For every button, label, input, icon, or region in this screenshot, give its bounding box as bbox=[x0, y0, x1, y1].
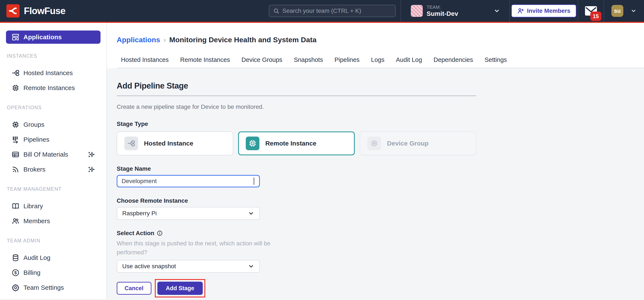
sidebar-item-label: Pipelines bbox=[24, 136, 50, 143]
cancel-button[interactable]: Cancel bbox=[117, 282, 152, 295]
card-label: Hosted Instance bbox=[144, 140, 193, 147]
app-header: FlowFuse TEAM: Sumit-Dev bbox=[0, 0, 644, 23]
sidebar-item-label: Members bbox=[24, 217, 50, 225]
stage-type-hosted-instance[interactable]: Hosted Instance bbox=[117, 131, 233, 155]
annotation-highlight-box: Add Stage bbox=[155, 279, 206, 297]
chip-icon bbox=[12, 84, 20, 92]
stage-type-options: Hosted Instance Remote Instance bbox=[117, 131, 476, 155]
sidebar-item-label: Audit Log bbox=[24, 254, 50, 261]
form-description: Create a new pipeline stage for Device t… bbox=[117, 103, 476, 110]
brand-name: FlowFuse bbox=[24, 6, 66, 16]
brand[interactable]: FlowFuse bbox=[0, 4, 66, 18]
team-search[interactable] bbox=[269, 5, 396, 17]
sidebar-item-pipelines[interactable]: Pipelines bbox=[6, 132, 100, 147]
breadcrumb-separator: › bbox=[164, 36, 166, 44]
chevron-down-icon[interactable] bbox=[494, 8, 500, 14]
remote-instance-label: Choose Remote Instance bbox=[117, 197, 476, 204]
sidebar-item-label: Remote Instances bbox=[24, 84, 75, 92]
sidebar-section-team-management: TEAM MANAGEMENT bbox=[6, 186, 100, 192]
dollar-icon: $ bbox=[12, 269, 20, 277]
sidebar-item-brokers[interactable]: Brokers bbox=[6, 162, 100, 177]
pipeline-icon bbox=[12, 135, 20, 143]
sidebar-item-label: Library bbox=[24, 203, 43, 210]
select-action-label: Select Action bbox=[117, 230, 154, 237]
tab-pipelines[interactable]: Pipelines bbox=[334, 56, 360, 64]
sparkles-icon bbox=[88, 166, 95, 173]
team-selector[interactable]: TEAM: Sumit-Dev bbox=[400, 0, 510, 22]
sidebar-item-label: Bill Of Materials bbox=[24, 151, 68, 158]
card-label: Remote Instance bbox=[265, 140, 316, 147]
sidebar-item-hosted-instances[interactable]: Hosted Instances bbox=[6, 66, 100, 80]
sidebar-item-label: Groups bbox=[24, 121, 44, 128]
sidebar-section-team-admin: TEAM ADMIN bbox=[6, 238, 100, 244]
breadcrumb-applications-link[interactable]: Applications bbox=[117, 36, 160, 44]
sidebar-item-label: Applications bbox=[24, 34, 62, 41]
sidebar-item-applications[interactable]: Applications bbox=[6, 31, 100, 44]
chevron-down-icon bbox=[248, 263, 254, 269]
tab-audit-log[interactable]: Audit Log bbox=[396, 56, 422, 64]
svg-text:$: $ bbox=[14, 270, 17, 275]
chip-group-icon bbox=[12, 120, 20, 129]
sidebar-item-library[interactable]: Library bbox=[6, 199, 100, 214]
fork-icon bbox=[12, 69, 20, 77]
sidebar-item-audit-log[interactable]: Audit Log bbox=[6, 250, 100, 265]
breadcrumb: Applications › Monitoring Device Health … bbox=[117, 36, 644, 44]
chevron-down-icon[interactable] bbox=[630, 8, 636, 14]
page-title: Add Pipeline Stage bbox=[117, 81, 476, 90]
user-plus-icon bbox=[517, 8, 524, 14]
user-menu[interactable]: su bbox=[604, 0, 644, 22]
database-icon bbox=[12, 254, 20, 262]
tab-logs[interactable]: Logs bbox=[371, 56, 384, 64]
sidebar-section-operations: OPERATIONS bbox=[6, 105, 100, 111]
card-label: Device Group bbox=[387, 140, 428, 147]
stage-type-label: Stage Type bbox=[117, 120, 476, 128]
search-input[interactable] bbox=[282, 8, 392, 14]
selected-value: Raspberry Pi bbox=[122, 210, 157, 217]
sidebar-item-groups[interactable]: Groups bbox=[6, 117, 100, 132]
sparkles-icon bbox=[88, 151, 95, 158]
select-action-help: When this stage is pushed to the next, w… bbox=[117, 239, 278, 257]
text-caret bbox=[254, 178, 254, 185]
chevron-down-icon bbox=[248, 210, 254, 217]
sidebar-item-label: Hosted Instances bbox=[24, 69, 73, 77]
divider bbox=[117, 96, 476, 96]
stage-name-field bbox=[117, 175, 260, 187]
stage-type-remote-instance[interactable]: Remote Instance bbox=[238, 131, 355, 155]
rss-icon bbox=[12, 165, 20, 174]
fork-icon bbox=[124, 136, 138, 150]
info-icon[interactable] bbox=[157, 230, 163, 236]
application-tabs: Hosted Instances Remote Instances Device… bbox=[117, 56, 644, 68]
tab-settings[interactable]: Settings bbox=[484, 56, 507, 64]
sidebar-item-members[interactable]: Members bbox=[6, 214, 100, 229]
stage-type-device-group: Device Group bbox=[360, 131, 476, 155]
main-area: Applications › Monitoring Device Health … bbox=[107, 23, 644, 299]
applications-icon bbox=[12, 33, 20, 41]
action-select[interactable]: Use active snapshot bbox=[117, 260, 260, 273]
tab-hosted-instances[interactable]: Hosted Instances bbox=[121, 56, 169, 64]
sidebar-item-billing[interactable]: $ Billing bbox=[6, 265, 100, 280]
add-stage-button[interactable]: Add Stage bbox=[158, 282, 203, 295]
team-label: TEAM: bbox=[426, 5, 458, 10]
book-icon bbox=[12, 202, 20, 210]
chip-icon bbox=[246, 136, 260, 150]
selected-value: Use active snapshot bbox=[122, 263, 176, 270]
flowfuse-logo-icon bbox=[6, 4, 20, 18]
remote-instance-select[interactable]: Raspberry Pi bbox=[117, 207, 260, 220]
stage-name-input[interactable] bbox=[122, 178, 255, 185]
tab-dependencies[interactable]: Dependencies bbox=[434, 56, 473, 64]
stage-name-label: Stage Name bbox=[117, 165, 476, 172]
chip-group-icon bbox=[367, 136, 381, 150]
gear-icon bbox=[12, 283, 20, 292]
tab-remote-instances[interactable]: Remote Instances bbox=[180, 56, 230, 64]
invite-members-button[interactable]: Invite Members bbox=[511, 4, 577, 18]
team-name: Sumit-Dev bbox=[426, 10, 458, 17]
sidebar-item-remote-instances[interactable]: Remote Instances bbox=[6, 80, 100, 95]
sidebar-item-team-settings[interactable]: Team Settings bbox=[6, 280, 100, 295]
tab-snapshots[interactable]: Snapshots bbox=[294, 56, 323, 64]
sidebar-item-bill-of-materials[interactable]: Bill Of Materials bbox=[6, 147, 100, 162]
users-icon bbox=[12, 217, 20, 225]
notifications-button[interactable]: 15 bbox=[585, 6, 597, 16]
user-avatar: su bbox=[612, 5, 623, 17]
tab-device-groups[interactable]: Device Groups bbox=[242, 56, 282, 64]
sidebar-item-label: Billing bbox=[24, 269, 40, 276]
